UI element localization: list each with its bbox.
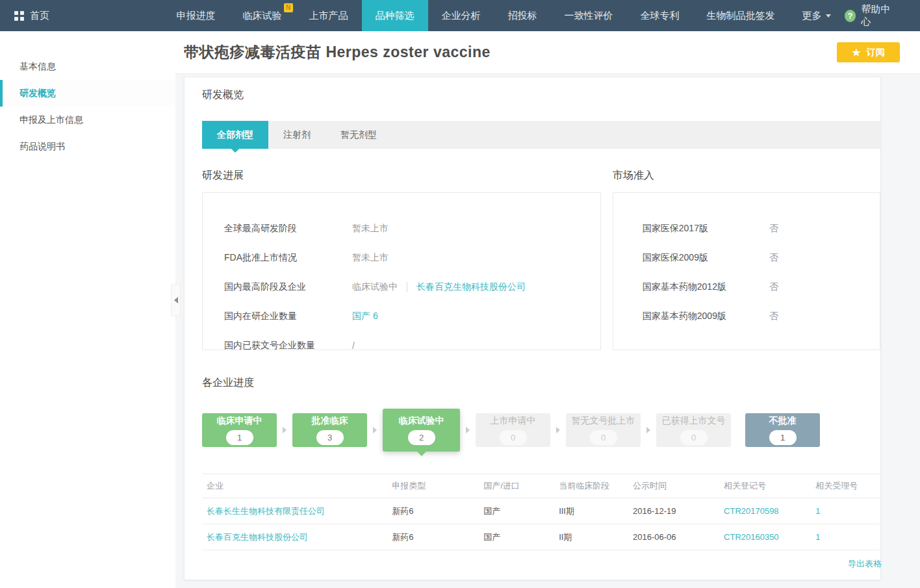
rnd-row-licensed-companies-count: 国内已获文号企业数量 / [224,331,600,360]
publish-date: 2016-06-06 [628,524,719,550]
nav-item-consistency-evaluation[interactable]: 一致性评价 [551,0,627,31]
stage-clinical-applying[interactable]: 临床申请中 1 [202,413,277,447]
stage-count: 2 [408,430,435,445]
sidebar-item-declaration-listing-info[interactable]: 申报及上市信息 [0,107,175,133]
stage-listing-applying[interactable]: 上市申请中 0 [476,413,550,447]
company-link[interactable]: 长春百克生物科技股份公司 [416,281,526,293]
origin: 国产 [478,524,554,550]
arrow-right-icon [641,427,656,433]
page-title: 带状疱疹减毒活疫苗 Herpes zoster vaccine [184,42,491,62]
company-progress-title: 各企业进度 [202,376,880,390]
arrow-right-icon [550,427,566,433]
market-access-title: 市场准入 [613,169,880,183]
info-panels: 研发进展 全球最高研发阶段 暂未上市 FDA批准上市情况 暂未上市 [202,169,880,350]
rnd-progress-title: 研发进展 [202,169,601,183]
ma-row-essential-drugs-2012: 国家基本药物2012版 否 [643,272,880,301]
sidebar-item-rnd-overview[interactable]: 研发概览 [0,80,175,107]
overview-card: 研发概览 全部剂型 注射剂 暂无剂型 研发进展 全球最高研发阶段 暂未上市 [184,77,881,580]
help-center-button[interactable]: ? 帮助中心 [845,0,920,31]
declaration-type: 新药6 [387,524,478,550]
stage-count: 0 [680,430,708,445]
nav-home-label: 首页 [30,10,49,22]
arrow-right-icon [367,427,383,433]
stage-count: 1 [226,430,253,445]
rnd-progress-box: 全球最高研发阶段 暂未上市 FDA批准上市情况 暂未上市 国内最高阶段及企业 临… [202,192,601,350]
page-layout: 基本信息 研发概览 申报及上市信息 药品说明书 带状疱疹减毒活疫苗 Herpes… [0,31,920,588]
overview-section-title: 研发概览 [202,88,880,102]
export-row: 导出表格 [202,558,882,570]
stage-approved-no-license[interactable]: 暂无文号批上市 0 [566,413,641,447]
registration-number-link[interactable]: CTR20160350 [724,532,779,542]
ma-row-essential-drugs-2009: 国家基本药物2009版 否 [643,301,880,331]
origin: 国产 [478,498,554,524]
sidebar-collapse-handle[interactable] [171,284,181,316]
chevron-down-icon [826,14,831,18]
clinical-phase: III期 [554,498,628,524]
stage-not-approved[interactable]: 不批准 1 [745,413,820,447]
progress-flow: 临床申请中 1 批准临床 3 临床试验中 2 上市申请中 [202,406,880,454]
sidebar: 基本信息 研发概览 申报及上市信息 药品说明书 [0,31,175,588]
nav-item-biologics-batch-release[interactable]: 生物制品批签发 [693,0,789,31]
publish-date: 2016-12-19 [628,498,719,524]
enterprise-table: 企业 申报类型 国产/进口 当前临床阶段 公示时间 相关登记号 相关受理号 长春… [202,474,882,550]
top-nav: 首页 申报进度 临床试验 N 上市产品 品种筛选 企业分析 招投标 一致性评价 … [0,0,920,31]
subscribe-label: 订阅 [867,47,885,58]
chevron-left-icon [174,297,178,303]
tab-all-dosage-forms[interactable]: 全部剂型 [202,121,268,149]
stage-count: 3 [316,430,344,445]
stage-count: 1 [769,430,797,445]
stage-count: 0 [500,430,527,445]
new-badge: N [284,3,293,12]
star-icon: ★ [852,47,860,58]
acceptance-number-link[interactable]: 1 [815,532,820,542]
nav-menu: 申报进度 临床试验 N 上市产品 品种筛选 企业分析 招投标 一致性评价 全球专… [163,0,845,31]
nav-item-declaration-progress[interactable]: 申报进度 [163,0,229,31]
clinical-phase: II期 [554,524,628,550]
rnd-row-domestic-stage: 国内最高阶段及企业 临床试验中 长春百克生物科技股份公司 [224,272,600,301]
sidebar-item-drug-instructions[interactable]: 药品说明书 [0,133,175,160]
nav-item-clinical-trials[interactable]: 临床试验 N [229,0,296,31]
nav-home[interactable]: 首页 [0,0,163,31]
nav-item-marketed-products[interactable]: 上市产品 [296,0,362,31]
tab-injection[interactable]: 注射剂 [268,121,326,149]
ma-row-medicare-2017: 国家医保2017版 否 [643,214,880,243]
table-header-row: 企业 申报类型 国产/进口 当前临床阶段 公示时间 相关登记号 相关受理号 [202,474,882,498]
nav-item-more[interactable]: 更多 [789,0,845,31]
nav-item-variety-screening[interactable]: 品种筛选 [362,0,428,31]
stage-clinical-trial-ongoing[interactable]: 临床试验中 2 [383,409,460,452]
stage-clinical-approved[interactable]: 批准临床 3 [292,413,367,447]
main-area: 带状疱疹减毒活疫苗 Herpes zoster vaccine ★ 订阅 研发概… [175,31,920,588]
arrow-right-icon [460,427,476,433]
company-link[interactable]: 长春长生生物科技有限责任公司 [207,506,325,516]
content-area: 研发概览 全部剂型 注射剂 暂无剂型 研发进展 全球最高研发阶段 暂未上市 [175,74,920,588]
domestic-count-link[interactable]: 国产 6 [352,311,378,322]
declaration-type: 新药6 [387,498,478,524]
nav-item-enterprise-analysis[interactable]: 企业分析 [428,0,494,31]
stage-license-obtained[interactable]: 已获得上市文号 0 [656,413,731,447]
tab-no-dosage-form[interactable]: 暂无剂型 [326,121,392,149]
market-access-panel: 市场准入 国家医保2017版 否 国家医保2009版 否 国家基 [613,169,880,350]
help-label: 帮助中心 [861,3,898,28]
registration-number-link[interactable]: CTR20170598 [724,506,779,516]
dosage-form-tabs: 全部剂型 注射剂 暂无剂型 [202,121,882,149]
grid-icon [14,11,24,21]
rnd-row-domestic-companies-count: 国内在研企业数量 国产 6 [224,301,600,331]
nav-item-global-patents[interactable]: 全球专利 [627,0,693,31]
subscribe-button[interactable]: ★ 订阅 [837,42,900,62]
nav-item-bidding[interactable]: 招投标 [494,0,551,31]
rnd-row-global-stage: 全球最高研发阶段 暂未上市 [224,214,600,243]
sidebar-item-basic-info[interactable]: 基本信息 [0,53,175,80]
table-row: 长春百克生物科技股份公司 新药6 国产 II期 2016-06-06 CTR20… [202,524,882,550]
market-access-box: 国家医保2017版 否 国家医保2009版 否 国家基本药物2012版 否 [613,192,880,350]
arrow-right-icon [277,427,292,433]
company-link[interactable]: 长春百克生物科技股份公司 [207,532,308,542]
export-table-link[interactable]: 导出表格 [848,559,882,569]
ma-row-medicare-2009: 国家医保2009版 否 [643,243,880,272]
stage-count: 0 [590,430,617,445]
rnd-row-fda-status: FDA批准上市情况 暂未上市 [224,243,600,272]
rnd-progress-panel: 研发进展 全球最高研发阶段 暂未上市 FDA批准上市情况 暂未上市 [202,169,601,350]
help-icon: ? [845,10,856,22]
title-bar: 带状疱疹减毒活疫苗 Herpes zoster vaccine ★ 订阅 [175,31,920,74]
acceptance-number-link[interactable]: 1 [815,506,820,516]
table-row: 长春长生生物科技有限责任公司 新药6 国产 III期 2016-12-19 CT… [202,498,882,524]
